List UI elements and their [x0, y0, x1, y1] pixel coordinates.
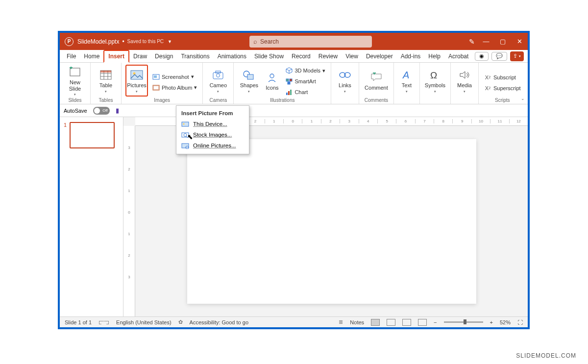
vertical-ruler: 3210123 [123, 126, 135, 316]
online-pictures-icon [181, 142, 189, 149]
tab-animations[interactable]: Animations [214, 50, 250, 62]
tab-transitions[interactable]: Transitions [177, 50, 213, 62]
notes-icon: ⫍⫎ [98, 319, 109, 325]
slide-thumbnail-1[interactable]: 1 [64, 122, 119, 148]
tab-review[interactable]: Review [315, 50, 342, 62]
app-window: P SlideModel.pptx • Saved to this PC ▼ ⌕… [58, 31, 530, 329]
tab-addins[interactable]: Add-ins [397, 50, 425, 62]
slideshow-view-button[interactable] [418, 319, 427, 326]
tab-developer[interactable]: Developer [362, 50, 397, 62]
svg-point-41 [184, 133, 187, 136]
tab-record[interactable]: Record [288, 50, 315, 62]
table-button[interactable]: Table ▾ [95, 65, 117, 97]
3d-models-button[interactable]: 3D Models ▾ [284, 66, 327, 75]
group-comments: Comment Comments [359, 63, 394, 104]
reading-view-button[interactable] [402, 319, 411, 326]
dropdown-item-this-device[interactable]: This Device... [176, 119, 249, 129]
tab-file[interactable]: File [63, 50, 80, 62]
record-indicator-button[interactable]: ◉ [475, 52, 489, 61]
document-title[interactable]: SlideModel.pptx • Saved to this PC ▼ [77, 38, 172, 45]
dropdown-item-online-pictures[interactable]: Online Pictures... [176, 140, 249, 151]
chart-label: Chart [294, 89, 308, 95]
slide-canvas[interactable] [187, 139, 476, 304]
svg-rect-8 [100, 71, 111, 73]
slide-sorter-view-button[interactable] [387, 319, 395, 326]
chevron-down-icon[interactable]: ▼ [168, 39, 172, 44]
pencil-icon[interactable]: ✎ [469, 38, 475, 46]
smartart-button[interactable]: SmartArt [284, 77, 327, 86]
icons-button[interactable]: Icons [263, 65, 281, 97]
tab-draw[interactable]: Draw [129, 50, 151, 62]
fit-to-window-button[interactable]: ⛶ [517, 319, 523, 325]
svg-rect-30 [290, 90, 292, 95]
group-label-slides: Slides [64, 97, 86, 103]
share-button[interactable]: ⇪ ▾ [510, 51, 524, 61]
symbols-button[interactable]: Ω Symbols ▾ [424, 65, 446, 97]
device-icon [181, 121, 189, 127]
slide-position[interactable]: Slide 1 of 1 [65, 319, 92, 325]
group-images: Pictures ▾ Screenshot ▾ Photo Album ▾ [122, 63, 202, 104]
chevron-down-icon: ▾ [136, 90, 138, 94]
tab-insert[interactable]: Insert [103, 50, 129, 63]
superscript-button[interactable]: X2 Superscript [483, 84, 522, 93]
svg-rect-15 [213, 73, 223, 79]
table-icon [99, 69, 113, 81]
zoom-slider[interactable] [444, 321, 483, 323]
svg-line-22 [286, 69, 289, 71]
text-button[interactable]: A Text ▾ [398, 65, 416, 97]
dropdown-title: Insert Picture From [176, 109, 249, 119]
tab-home[interactable]: Home [80, 50, 103, 62]
dropdown-item-stock-images[interactable]: Stock Images... [176, 129, 249, 140]
cameo-button[interactable]: Cameo ▾ [207, 65, 229, 97]
pictures-button[interactable]: Pictures ▾ [125, 65, 148, 97]
minimize-button[interactable]: — [478, 33, 494, 50]
chart-button[interactable]: Chart [284, 88, 327, 97]
comment-button[interactable]: Comment [363, 65, 390, 97]
accessibility-status[interactable]: Accessibility: Good to go [190, 319, 248, 325]
group-label-camera: Camera [207, 97, 229, 103]
comments-pane-button[interactable]: 💬 [491, 52, 507, 61]
watermark: SLIDEMODEL.COM [516, 352, 576, 359]
chevron-down-icon: ▾ [434, 90, 436, 94]
zoom-level[interactable]: 52% [500, 319, 511, 325]
tab-slideshow[interactable]: Slide Show [250, 50, 288, 62]
maximize-button[interactable]: ▢ [494, 33, 511, 50]
photo-album-button[interactable]: Photo Album ▾ [151, 83, 198, 92]
language-status[interactable]: English (United States) [116, 319, 172, 325]
slide-thumbnails-panel: 1 [60, 117, 123, 316]
subscript-button[interactable]: X2 Subscript [483, 73, 522, 82]
autosave-toggle[interactable]: Off [93, 107, 110, 115]
notes-toggle[interactable]: Notes [350, 319, 364, 325]
this-device-label: This Device... [193, 121, 227, 127]
screenshot-button[interactable]: Screenshot ▾ [151, 73, 198, 81]
new-slide-icon [68, 66, 82, 78]
tab-design[interactable]: Design [151, 50, 177, 62]
search-input[interactable]: ⌕ Search [249, 36, 372, 48]
smartart-icon [285, 78, 293, 85]
collapse-ribbon-button[interactable]: ⌄ [521, 96, 525, 101]
links-button[interactable]: Links ▾ [335, 65, 355, 97]
zoom-in-button[interactable]: + [490, 319, 493, 325]
close-button[interactable]: ✕ [511, 33, 528, 50]
group-text: A Text ▾ [394, 63, 420, 104]
svg-rect-0 [70, 68, 80, 76]
group-tables: Table ▾ Tables [91, 63, 122, 104]
search-placeholder: Search [260, 38, 279, 45]
zoom-out-button[interactable]: − [434, 319, 437, 325]
chevron-down-icon: ▾ [344, 90, 346, 94]
shapes-button[interactable]: Shapes ▾ [238, 65, 260, 97]
new-slide-button[interactable]: New Slide ▾ [64, 65, 86, 97]
group-media: Media ▾ [451, 63, 479, 104]
tab-view[interactable]: View [342, 50, 362, 62]
symbols-label: Symbols [425, 82, 445, 88]
shapes-label: Shapes [240, 82, 258, 88]
svg-text:Ω: Ω [430, 70, 437, 80]
media-button[interactable]: Media ▾ [455, 65, 474, 97]
chevron-down-icon: ▾ [191, 73, 194, 80]
normal-view-button[interactable] [371, 319, 380, 326]
smartart-label: SmartArt [294, 78, 316, 84]
tab-help[interactable]: Help [424, 50, 444, 62]
chevron-down-icon: ▾ [217, 90, 219, 94]
icons-icon [265, 71, 279, 84]
tab-acrobat[interactable]: Acrobat [444, 50, 472, 62]
